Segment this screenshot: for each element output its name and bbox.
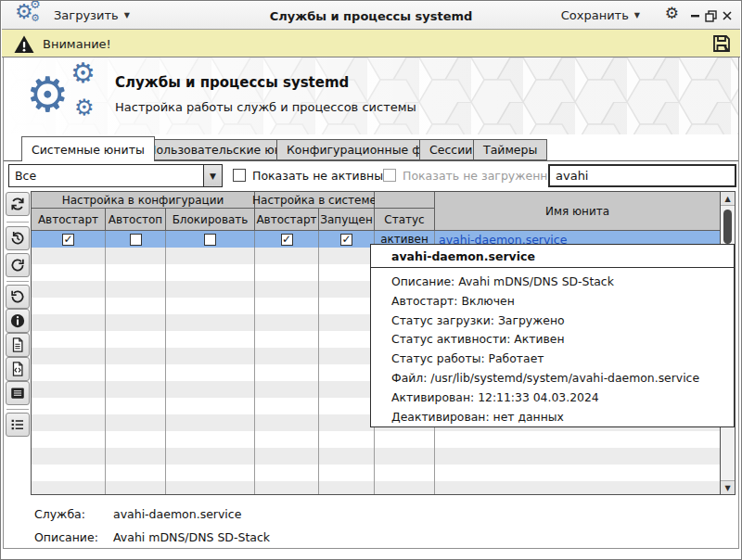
warning-triangle-icon — [13, 33, 35, 56]
undo-icon — [9, 288, 26, 305]
document-button[interactable] — [6, 333, 30, 357]
show-inactive-checkbox[interactable] — [233, 169, 246, 182]
document-icon — [9, 337, 26, 353]
grid-column — [106, 248, 166, 494]
save-menu-button[interactable]: Сохранить▼ — [561, 8, 640, 22]
description-label: Описание: — [34, 530, 98, 544]
close-icon — [722, 10, 733, 21]
code-file-icon — [9, 361, 26, 377]
filled-list-icon — [9, 385, 26, 401]
show-unloaded-label: Показать не загруженные — [403, 169, 564, 183]
unit-file-button[interactable] — [6, 357, 30, 381]
tooltip-title: avahi-daemon.service — [371, 245, 734, 268]
restore-icon — [705, 10, 717, 22]
toolbar-separator — [6, 281, 29, 282]
tooltip-deactivated: Деактивирован: нет данных — [391, 408, 726, 427]
tab-system-units[interactable]: Системные юниты — [21, 136, 155, 161]
tooltip-run-status: Статус работы: Работает — [391, 350, 726, 369]
titlebar: ⚙ ⚙ ⚙ Загрузить▼ Службы и процессы syste… — [2, 2, 740, 30]
toolbar-separator — [6, 409, 29, 410]
group-header-system: Настройка в системе — [255, 192, 375, 209]
column-header-status: Статус — [375, 209, 435, 231]
refresh-icon — [9, 196, 26, 212]
tooltip-active-status: Статус активности: Активен — [391, 330, 726, 350]
warning-bar: Внимание! — [2, 30, 740, 57]
refresh-button[interactable] — [6, 192, 30, 216]
history-restore-icon — [9, 230, 26, 247]
block-checkbox[interactable] — [166, 231, 255, 248]
tooltip-load-status: Статус загрузки: Загружено — [391, 312, 726, 331]
column-header-autostop: Автостоп — [106, 209, 166, 231]
group-header-config: Настройка в конфигурации — [32, 192, 255, 209]
settings-gear-icon[interactable]: ⚙ — [665, 6, 679, 21]
column-header-running: Запущен — [319, 209, 375, 231]
running-checkbox[interactable]: ✓ — [319, 231, 375, 248]
dependencies-button[interactable] — [6, 413, 30, 437]
group-header-empty — [375, 192, 435, 209]
category-dropdown[interactable]: Все ▼ — [8, 164, 223, 187]
grid-column — [319, 248, 375, 494]
banner: ⚙ ⚙ ⚙ Службы и процессы systemd Настройк… — [4, 57, 738, 134]
service-label: Служба: — [34, 507, 85, 521]
unit-details-tooltip: avahi-daemon.service Описание: Avahi mDN… — [370, 244, 735, 427]
save-menu-label: Сохранить — [561, 8, 629, 22]
warning-text: Внимание! — [43, 37, 111, 51]
arrow-up-icon: ▲ — [724, 195, 730, 203]
tab-timers[interactable]: Таймеры — [473, 139, 547, 160]
scrollbar-thumb[interactable] — [723, 210, 732, 244]
app-logo-gears-icon: ⚙ ⚙ ⚙ — [26, 63, 111, 132]
autostart-config-checkbox[interactable]: ✓ — [32, 231, 106, 248]
toolbar-separator — [6, 222, 29, 223]
bullet-list-icon — [9, 416, 26, 433]
search-input[interactable] — [548, 164, 736, 187]
journal-button[interactable] — [6, 381, 30, 405]
show-unloaded-checkbox[interactable] — [383, 169, 396, 182]
service-value: avahi-daemon.service — [113, 507, 241, 521]
undo-button[interactable] — [6, 285, 30, 309]
chevron-down-icon[interactable]: ▼ — [203, 165, 222, 186]
scroll-down-button[interactable]: ▼ — [721, 480, 735, 494]
show-inactive-label: Показать не активные — [252, 169, 390, 183]
grid-column — [255, 248, 319, 494]
banner-subtitle: Настройка работы служб и процессов систе… — [115, 100, 416, 114]
minimize-button[interactable] — [688, 8, 703, 23]
column-header-block: Блокировать — [166, 209, 255, 231]
info-button[interactable] — [6, 309, 30, 333]
column-header-autostart-config: Автостарт — [32, 209, 106, 231]
tooltip-activated: Активирован: 12:11:33 04.03.2024 — [391, 388, 726, 408]
maximize-button[interactable] — [703, 8, 718, 23]
column-header-unit-name: Имя юнита — [435, 192, 720, 231]
app-window: ⚙ ⚙ ⚙ Загрузить▼ Службы и процессы syste… — [0, 0, 742, 560]
close-button[interactable] — [720, 8, 735, 23]
column-header-autostart-system: Автостарт — [255, 209, 319, 231]
scroll-up-button[interactable]: ▲ — [721, 192, 735, 206]
description-value: Avahi mDNS/DNS SD-Stack — [113, 530, 270, 544]
minimize-icon — [690, 10, 701, 21]
grid-column — [32, 248, 106, 494]
tooltip-autostart: Автостарт: Включен — [391, 292, 726, 312]
save-file-icon[interactable] — [710, 32, 733, 55]
tooltip-description: Описание: Avahi mDNS/DNS SD-Stack — [391, 273, 726, 292]
history-restore-button[interactable] — [6, 226, 30, 250]
info-icon — [9, 312, 26, 329]
category-dropdown-value: Все — [15, 169, 36, 183]
redo-icon — [9, 257, 26, 274]
grid-column — [166, 248, 255, 494]
tooltip-file-path: Файл: /usr/lib/systemd/system/avahi-daem… — [391, 369, 726, 388]
autostop-checkbox[interactable] — [106, 231, 166, 248]
arrow-down-icon: ▼ — [724, 484, 730, 492]
chevron-down-icon: ▼ — [634, 11, 640, 19]
autostart-system-checkbox[interactable]: ✓ — [255, 231, 319, 248]
redo-button[interactable] — [6, 253, 30, 277]
banner-title: Службы и процессы systemd — [115, 74, 349, 91]
